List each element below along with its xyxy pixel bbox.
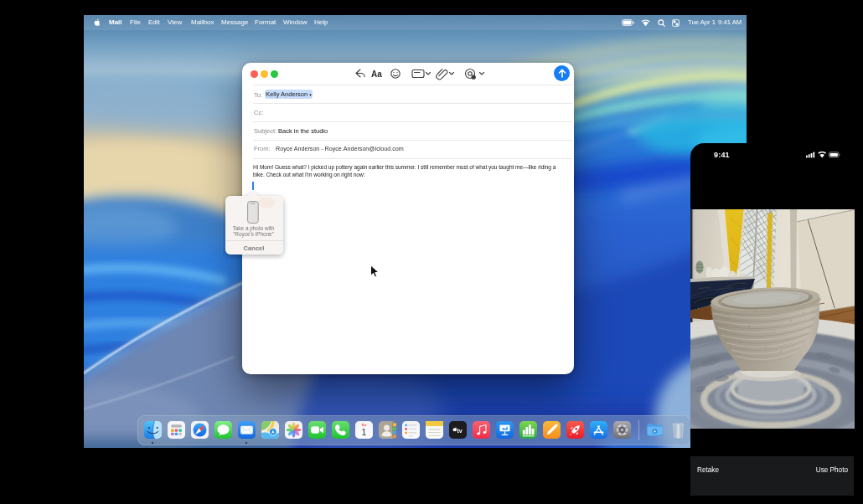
svg-text:“Royce’s iPhone”: “Royce’s iPhone”: [233, 231, 274, 238]
svg-text:1: 1: [361, 427, 366, 437]
svg-text:Aa: Aa: [371, 69, 382, 79]
svg-text:Cancel: Cancel: [244, 244, 265, 252]
svg-text:tv: tv: [457, 427, 462, 435]
